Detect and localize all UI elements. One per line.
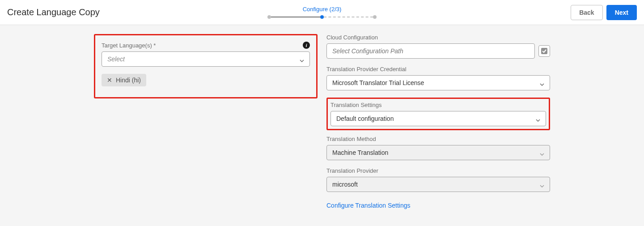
chevron-down-icon (540, 182, 544, 187)
target-language-field: Target Language(s) * i Select ✕ Hindi (h… (102, 42, 310, 86)
translation-provider-select[interactable]: microsoft (326, 177, 550, 192)
translation-settings-select[interactable]: Default configuration (330, 111, 546, 126)
chevron-down-icon (300, 57, 304, 61)
translation-method-field: Translation Method Machine Translation (326, 136, 550, 160)
header-actions: Back Next (571, 5, 637, 20)
language-chip: ✕ Hindi (hi) (102, 74, 146, 86)
configure-translation-link[interactable]: Configure Translation Settings (326, 202, 411, 209)
step-dot-2 (320, 15, 324, 19)
main-content: Target Language(s) * i Select ✕ Hindi (h… (0, 25, 644, 226)
translation-settings-value: Default configuration (336, 115, 394, 122)
translation-method-value: Machine Translation (332, 149, 388, 156)
target-language-select[interactable]: Select (102, 51, 310, 67)
cloud-config-row (326, 43, 550, 59)
provider-cred-select[interactable]: Microsoft Translator Trial License (326, 75, 550, 90)
cloud-config-check[interactable] (538, 45, 550, 57)
cloud-config-input[interactable] (326, 43, 535, 59)
stepper-label: Configure (2/3) (303, 6, 342, 13)
target-language-label: Target Language(s) * (102, 42, 156, 49)
provider-cred-value: Microsoft Translator Trial License (332, 79, 424, 86)
step-dot-3 (373, 15, 377, 19)
cloud-config-field: Cloud Configuration (326, 34, 550, 59)
translation-settings-label: Translation Settings (330, 102, 546, 108)
next-button[interactable]: Next (606, 5, 637, 20)
back-button[interactable]: Back (571, 5, 602, 20)
stepper: Configure (2/3) (267, 6, 377, 19)
step-dot-1 (267, 15, 271, 19)
chevron-down-icon (540, 150, 544, 155)
translation-settings-field: Translation Settings Default configurati… (330, 102, 546, 126)
stepper-bar (267, 15, 377, 19)
target-language-placeholder: Select (107, 55, 125, 63)
header-bar: Create Language Copy Configure (2/3) Bac… (0, 0, 644, 25)
translation-settings-highlight: Translation Settings Default configurati… (326, 98, 550, 130)
page-title: Create Language Copy (7, 7, 100, 17)
left-column: Target Language(s) * i Select ✕ Hindi (h… (94, 34, 318, 209)
info-icon[interactable]: i (303, 42, 310, 49)
translation-provider-value: microsoft (332, 181, 358, 188)
step-line-1 (271, 17, 320, 17)
language-chip-label: Hindi (hi) (116, 77, 141, 84)
translation-provider-label: Translation Provider (326, 167, 550, 174)
cloud-config-label: Cloud Configuration (326, 34, 550, 41)
chip-remove-icon[interactable]: ✕ (107, 77, 112, 83)
provider-cred-label: Translation Provider Credential (326, 66, 550, 72)
right-column: Cloud Configuration Translation Provider… (326, 34, 550, 209)
step-line-2 (324, 17, 373, 17)
target-language-label-row: Target Language(s) * i (102, 42, 310, 49)
chevron-down-icon (540, 81, 544, 85)
provider-cred-field: Translation Provider Credential Microsof… (326, 66, 550, 90)
chevron-down-icon (536, 116, 540, 121)
translation-method-select[interactable]: Machine Translation (326, 145, 550, 160)
translation-provider-field: Translation Provider microsoft (326, 167, 550, 192)
translation-method-label: Translation Method (326, 136, 550, 142)
svg-rect-0 (541, 48, 547, 54)
target-language-highlight: Target Language(s) * i Select ✕ Hindi (h… (94, 34, 318, 98)
